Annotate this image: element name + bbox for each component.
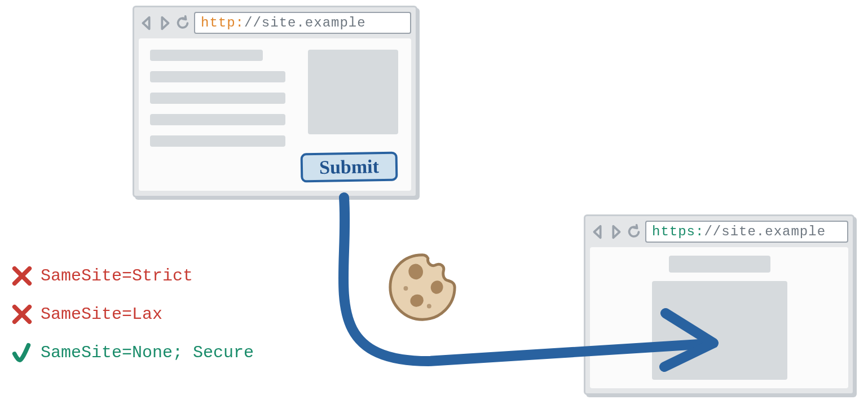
legend-label-strict: SameSite=Strict [41,267,193,284]
cross-mark-icon [11,304,33,325]
source-url-host: //site.example [244,15,366,30]
content-placeholder [150,114,285,125]
legend-label-none: SameSite=None; Secure [41,344,254,361]
target-url-host: //site.example [704,224,826,239]
cookie-icon [384,248,461,326]
legend-row-none: SameSite=None; Secure [11,342,254,363]
source-browser-titlebar: http://site.example [134,7,416,38]
samesite-legend: SameSite=Strict SameSite=Lax SameSite=No… [11,265,254,363]
source-browser: http://site.example Submit [133,6,417,198]
forward-icon [608,224,624,240]
content-placeholder [669,256,770,273]
content-placeholder [150,135,285,147]
forward-icon [157,15,173,31]
svg-point-4 [427,304,431,309]
reload-icon [175,15,191,31]
content-placeholder [150,93,285,104]
target-viewport [590,247,848,388]
cross-mark-icon [11,265,33,287]
source-url-bar: http://site.example [194,12,411,34]
target-browser: https://site.example [584,214,854,395]
source-url-scheme: http: [201,15,244,30]
content-placeholder [652,281,787,380]
source-viewport: Submit [139,38,411,191]
image-placeholder [308,50,398,134]
content-placeholder [150,50,263,61]
target-url-scheme: https: [652,224,704,239]
back-icon [139,15,155,31]
target-browser-titlebar: https://site.example [585,216,853,247]
target-url-bar: https://site.example [645,221,848,243]
submit-button-label: Submit [319,156,379,178]
svg-point-3 [403,286,408,291]
check-mark-icon [11,342,33,363]
submit-button[interactable]: Submit [301,152,398,183]
reload-icon [626,224,642,240]
content-placeholder [150,71,285,82]
legend-row-lax: SameSite=Lax [11,304,254,325]
back-icon [590,224,606,240]
legend-row-strict: SameSite=Strict [11,265,254,287]
legend-label-lax: SameSite=Lax [41,306,162,323]
